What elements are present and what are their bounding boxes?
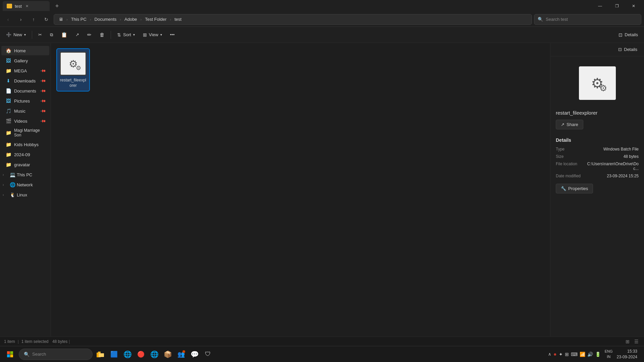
- back-button[interactable]: ‹: [3, 14, 13, 25]
- sidebar-gravatar-label: gravatar: [14, 162, 30, 167]
- sidebar-item-videos[interactable]: 🎬 Videos 📌: [1, 116, 49, 126]
- sidebar-item-downloads[interactable]: ⬇ Downloads 📌: [1, 76, 49, 85]
- sidebar-item-network[interactable]: › 🌐 Network: [1, 180, 49, 189]
- copy-icon: ⧉: [50, 32, 53, 38]
- new-icon: ➕: [6, 32, 11, 37]
- view-button[interactable]: ⊞ View ▾: [140, 29, 165, 41]
- sidebar-item-2024[interactable]: 📁 2024-09: [1, 150, 49, 159]
- grid-view-button[interactable]: ⊞: [624, 338, 631, 345]
- svg-rect-7: [97, 353, 99, 357]
- sidebar-date-label: 2024-09: [14, 152, 30, 157]
- pin-icon-videos: 📌: [40, 118, 46, 124]
- forward-button[interactable]: ›: [15, 14, 26, 25]
- delete-button[interactable]: 🗑: [96, 29, 108, 41]
- sidebar-item-kids[interactable]: 📁 Kids Hobbys: [1, 140, 49, 149]
- copy-button[interactable]: ⧉: [47, 29, 56, 41]
- battery-icon: 🔋: [595, 352, 601, 357]
- new-tab-button[interactable]: +: [52, 1, 62, 11]
- details-toggle-button[interactable]: ⊡ Details: [615, 46, 640, 53]
- sidebar-item-documents[interactable]: 📄 Documents 📌: [1, 86, 49, 96]
- cut-button[interactable]: ✂: [35, 29, 45, 41]
- address-testfolder[interactable]: Test Folder: [144, 16, 168, 22]
- sidebar-item-thispc[interactable]: › 💻 This PC: [1, 170, 49, 179]
- chevron-up-icon[interactable]: ∧: [548, 352, 551, 357]
- share-button[interactable]: ↗: [72, 29, 83, 41]
- taskbar-file-explorer-wrap: [95, 349, 106, 360]
- kids-folder-icon: 📁: [5, 141, 11, 147]
- share-action-icon: ↗: [561, 122, 565, 127]
- sidebar-item-gallery[interactable]: 🖼 Gallery: [1, 56, 49, 65]
- taskbar-teams-button[interactable]: 👥: [176, 349, 186, 360]
- sort-button[interactable]: ⇅ Sort ▾: [114, 29, 138, 41]
- taskbar-chrome2-button[interactable]: 🌐: [149, 349, 160, 360]
- chrome-icon: 🌐: [123, 350, 132, 358]
- taskbar-red-app-button[interactable]: 🔴: [136, 349, 146, 360]
- linux-expand-icon: ›: [3, 193, 8, 197]
- share-action-button[interactable]: ↗ Share: [556, 120, 583, 129]
- details-location-value: C:\Users\naren\OneDrive\Doc...: [585, 162, 639, 171]
- start-button[interactable]: [4, 348, 16, 360]
- magi-folder-icon: 📁: [5, 130, 11, 136]
- sidebar-item-music[interactable]: 🎵 Music 📌: [1, 106, 49, 116]
- address-documents[interactable]: Documents: [93, 16, 118, 22]
- address-bar[interactable]: 🖥 › This PC › Documents › Adobe › Test F…: [54, 14, 532, 25]
- taskbar-files-button[interactable]: 📦: [162, 349, 173, 360]
- address-adobe[interactable]: Adobe: [123, 16, 139, 22]
- date-folder-icon: 📁: [5, 152, 11, 158]
- taskbar-file-explorer-button[interactable]: [95, 349, 106, 360]
- sidebar-item-gravatar[interactable]: 📁 gravatar: [1, 160, 49, 169]
- pictures-icon: 🖼: [5, 98, 11, 104]
- details-section-heading: Details: [550, 135, 644, 145]
- sidebar-item-magi[interactable]: 📁 Magi Marriage Son: [1, 126, 49, 139]
- close-button[interactable]: ✕: [626, 1, 641, 11]
- more-button[interactable]: •••: [167, 29, 178, 41]
- address-test[interactable]: test: [173, 16, 183, 22]
- sidebar-item-mega[interactable]: 📁 MEGA 📌: [1, 66, 49, 75]
- taskbar-chrome-button[interactable]: 🌐: [122, 349, 133, 360]
- properties-label: Properties: [568, 186, 588, 191]
- details-modified-row: Date modified 23-09-2024 15:25: [550, 172, 644, 180]
- file-area[interactable]: ⚙ ⚙ restart_fileexplorer: [51, 43, 550, 337]
- tab-close-button[interactable]: ✕: [24, 3, 30, 9]
- sidebar-item-home[interactable]: 🏠 Home: [1, 46, 49, 55]
- system-clock[interactable]: 15:33 23-09-2024: [614, 349, 640, 360]
- details-type-label: Type: [556, 147, 565, 152]
- more-icon: •••: [170, 32, 175, 37]
- taskbar-search-icon: 🔍: [24, 352, 30, 357]
- details-button[interactable]: ⊡ Details: [615, 29, 641, 41]
- details-filename-text: restart_fileexplorer: [550, 110, 644, 120]
- minimize-button[interactable]: —: [592, 1, 608, 11]
- search-bar[interactable]: 🔍 Search test: [534, 14, 641, 25]
- sidebar-item-linux[interactable]: › 🐧 Linux: [1, 190, 49, 199]
- address-thispc[interactable]: This PC: [70, 16, 88, 22]
- status-selected-text: 1 item selected: [21, 339, 49, 344]
- list-view-button[interactable]: ☰: [633, 338, 640, 345]
- rename-button[interactable]: ✏: [84, 29, 95, 41]
- sort-label: Sort: [123, 32, 131, 37]
- thispc-icon: 💻: [9, 172, 15, 178]
- taskbar-search-box[interactable]: 🔍 Search: [19, 349, 93, 360]
- paste-button[interactable]: 📋: [58, 29, 71, 41]
- file-thumbnail: ⚙ ⚙: [60, 52, 87, 76]
- file-item-restart[interactable]: ⚙ ⚙ restart_fileexplorer: [56, 48, 90, 92]
- new-chevron-icon: ▾: [24, 33, 26, 37]
- new-button[interactable]: ➕ New ▾: [3, 29, 29, 41]
- address-monitor-icon: 🖥: [57, 16, 64, 22]
- sidebar-item-pictures[interactable]: 🖼 Pictures 📌: [1, 96, 49, 106]
- maximize-button[interactable]: ❐: [609, 1, 625, 11]
- taskbar-shield-button[interactable]: 🛡: [203, 349, 213, 360]
- folder-tab[interactable]: test ✕: [3, 1, 50, 11]
- taskbar-whatsapp-button[interactable]: 💬: [189, 349, 200, 360]
- svg-rect-1: [10, 351, 13, 354]
- svg-rect-3: [10, 354, 13, 357]
- gravatar-folder-icon: 📁: [5, 162, 11, 168]
- taskbar-browser-button[interactable]: 🟦: [109, 349, 119, 360]
- nav-bar: ‹ › ↑ ↻ 🖥 › This PC › Documents › Adobe …: [0, 12, 644, 27]
- details-size-value: 48 bytes: [624, 154, 639, 159]
- status-items-count: 1 item: [4, 339, 15, 344]
- refresh-button[interactable]: ↻: [41, 14, 52, 25]
- browser-alt-icon: 🟦: [110, 351, 118, 358]
- search-placeholder: Search test: [546, 17, 568, 22]
- up-button[interactable]: ↑: [28, 14, 39, 25]
- properties-button[interactable]: 🔧 Properties: [556, 184, 593, 193]
